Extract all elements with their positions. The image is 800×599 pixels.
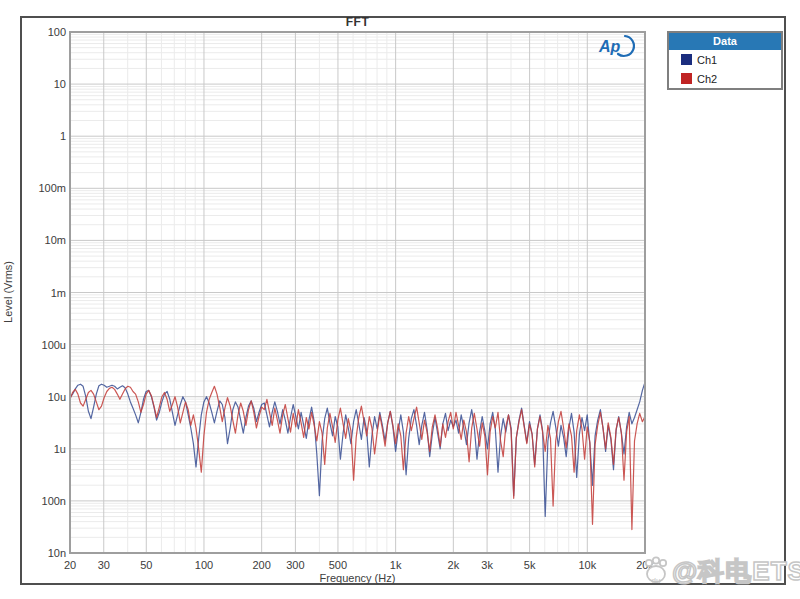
baidu-paw-icon: du	[641, 555, 671, 587]
legend-item-ch2[interactable]: Ch2	[669, 69, 781, 88]
watermark: du @科电ETS	[641, 552, 800, 590]
legend: Data Ch1 Ch2	[667, 31, 783, 90]
x-tick-label-100: 100	[182, 558, 226, 572]
legend-header: Data	[669, 33, 781, 50]
legend-item-ch1-label: Ch1	[697, 54, 717, 66]
ap-logo: Ap	[597, 33, 639, 59]
paw-badge-text: du	[652, 576, 661, 585]
x-tick-label-30: 30	[82, 558, 126, 572]
y-tick-label-1m: 1m	[12, 286, 66, 300]
x-tick-label-3k: 3k	[465, 558, 509, 572]
fft-analyzer-screen: FFT Level (Vrms) Frequency (Hz) 10010110…	[0, 0, 800, 599]
x-tick-label-300: 300	[273, 558, 317, 572]
y-tick-label-100u: 100u	[12, 338, 66, 352]
x-tick-label-10k: 10k	[565, 558, 609, 572]
watermark-text: @科电ETS	[672, 554, 800, 589]
ch1-color-swatch	[681, 54, 692, 65]
y-tick-label-1u: 1u	[12, 442, 66, 456]
y-tick-label-100n: 100n	[12, 494, 66, 508]
y-tick-label-10m: 10m	[12, 233, 66, 247]
y-tick-label-100: 100	[12, 25, 66, 39]
x-axis-title: Frequency (Hz)	[70, 572, 645, 584]
x-tick-label-5k: 5k	[508, 558, 552, 572]
y-tick-label-1: 1	[12, 129, 66, 143]
y-tick-label-10: 10	[12, 77, 66, 91]
x-tick-label-50: 50	[124, 558, 168, 572]
legend-item-ch2-label: Ch2	[697, 73, 717, 85]
legend-item-ch1[interactable]: Ch1	[669, 50, 781, 69]
ap-logo-swoosh	[618, 36, 634, 56]
y-tick-label-10u: 10u	[12, 390, 66, 404]
x-tick-label-1k: 1k	[374, 558, 418, 572]
x-tick-label-500: 500	[316, 558, 360, 572]
ap-logo-text: Ap	[598, 38, 621, 55]
ch2-color-swatch	[681, 73, 692, 84]
chart-title: FFT	[70, 15, 645, 29]
y-tick-label-100m: 100m	[12, 181, 66, 195]
